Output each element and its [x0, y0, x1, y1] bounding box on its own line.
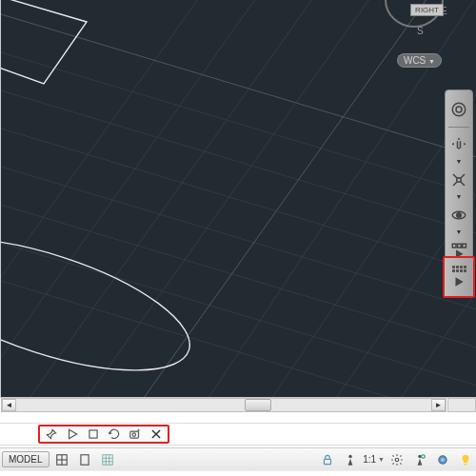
constraints-button[interactable]	[317, 451, 338, 468]
svg-rect-44	[325, 459, 331, 464]
stop-button[interactable]	[86, 426, 101, 442]
svg-point-23	[457, 178, 462, 183]
horizontal-scrollbar[interactable]: ◄ ►	[1, 398, 446, 412]
svg-line-12	[258, 24, 476, 398]
svg-line-4	[1, 190, 476, 362]
svg-point-22	[456, 107, 462, 112]
pan-button[interactable]	[446, 130, 471, 159]
compass-s-label: S	[417, 26, 424, 36]
svg-point-34	[132, 433, 136, 437]
drawing-canvas[interactable]: S E RIGHT WCS ▼ ▼ ▼ ▼	[0, 0, 476, 398]
status-bar: MODEL 1:1 ▼	[0, 447, 476, 470]
show-motion-toolbar	[38, 425, 169, 444]
svg-point-46	[395, 458, 399, 462]
zoom-extents-button[interactable]	[446, 166, 471, 194]
close-button[interactable]	[149, 426, 164, 442]
svg-point-45	[348, 454, 352, 458]
svg-rect-28	[463, 244, 466, 248]
scale-ratio-label[interactable]: 1:1	[363, 454, 376, 465]
pin-button[interactable]	[44, 426, 59, 442]
svg-line-6	[1, 267, 476, 398]
bulb-button[interactable]	[455, 451, 476, 468]
svg-line-9	[87, 0, 372, 398]
svg-line-18	[144, 0, 429, 398]
svg-line-5	[1, 228, 476, 398]
visual-styles-button[interactable]	[432, 451, 453, 468]
viewcube-face-label[interactable]: RIGHT	[410, 4, 444, 16]
svg-point-49	[438, 455, 446, 464]
navigation-bar: ▼ ▼ ▼	[445, 89, 473, 270]
show-motion-play-button[interactable]	[443, 256, 475, 298]
loop-button[interactable]	[107, 426, 122, 442]
svg-point-25	[457, 213, 462, 218]
scroll-left-button[interactable]: ◄	[2, 399, 16, 411]
svg-rect-32	[89, 430, 97, 438]
model-space-button[interactable]: MODEL	[2, 451, 50, 467]
orbit-button[interactable]	[446, 201, 471, 229]
wcs-badge[interactable]: WCS ▼	[397, 53, 442, 68]
svg-marker-31	[69, 429, 77, 438]
scrollbar-corner	[447, 398, 476, 412]
svg-line-1	[1, 76, 476, 248]
svg-rect-26	[452, 244, 456, 248]
layout-page-button[interactable]	[74, 451, 95, 468]
grid-display-button[interactable]	[97, 451, 118, 468]
svg-rect-39	[102, 454, 112, 465]
play-button[interactable]	[65, 426, 80, 442]
annotate-add-button[interactable]	[409, 451, 430, 468]
svg-line-15	[1, 0, 258, 398]
new-shot-button[interactable]	[128, 426, 143, 442]
svg-line-3	[1, 152, 476, 324]
annotate-scale-button[interactable]	[340, 451, 361, 468]
nav-wheel-button[interactable]	[446, 95, 471, 124]
svg-marker-30	[456, 277, 464, 286]
svg-rect-27	[458, 244, 462, 248]
annotate-gear-button[interactable]	[387, 451, 407, 468]
scroll-right-button[interactable]: ►	[431, 399, 446, 411]
svg-point-21	[452, 103, 466, 116]
layout-grid-button[interactable]	[51, 451, 72, 468]
svg-point-19	[1, 212, 204, 398]
svg-rect-33	[130, 431, 139, 438]
svg-line-8	[30, 0, 315, 398]
scroll-thumb[interactable]	[245, 399, 271, 411]
svg-rect-38	[80, 454, 88, 465]
